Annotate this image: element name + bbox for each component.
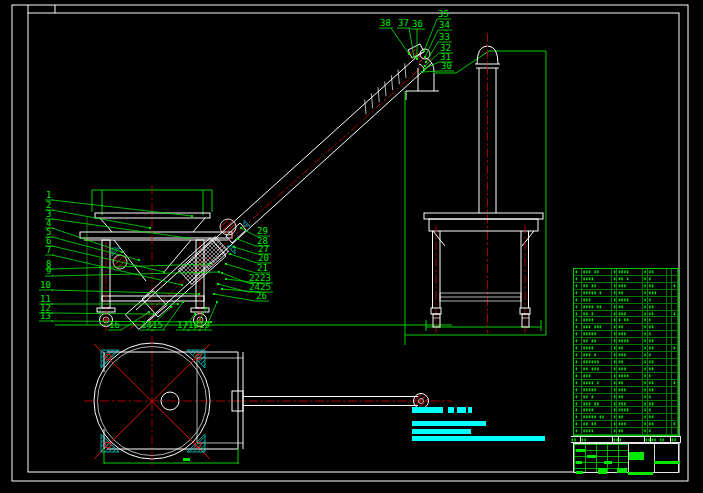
bom-cell: ▮ [574, 269, 582, 275]
callout-leader [391, 28, 409, 54]
bom-cell [672, 428, 678, 434]
bom-cell [672, 401, 678, 407]
callout-leader [234, 247, 257, 254]
bom-cell [672, 394, 678, 400]
bom-header-cell: ▮ [619, 437, 645, 442]
bom-row: ▮▮▮▮ ▮▮▮▮▮▮▮▮▮ [574, 401, 678, 408]
callout-18: 18 [188, 320, 199, 330]
bom-cell: ▮▮ [617, 359, 642, 365]
bom-row: ▮▮▮▮▮▮▮▮▮▮▮▮ [574, 345, 678, 352]
bom-row: ▮▮▮ ▮▮▮▮▮▮▮▮▮▮ [574, 338, 678, 345]
bom-cell: ▮ [574, 394, 582, 400]
bom-cell: ▮ [574, 345, 582, 351]
bom-cell: ▮ [648, 297, 668, 303]
bom-cell [672, 317, 678, 323]
conveyor-tube [136, 53, 432, 322]
side-table [424, 213, 543, 333]
leader-endpoint-dot [225, 263, 227, 265]
bom-cell: ▮▮▮ [582, 297, 612, 303]
leader-endpoint-dot [416, 58, 418, 60]
bom-cell [672, 352, 678, 358]
bom-cell: ▮▮ [648, 304, 668, 310]
leader-endpoint-dot [225, 278, 227, 280]
leader-endpoint-dot [424, 56, 426, 58]
bom-cell: ▮▮▮ [617, 366, 642, 372]
parts-list-table: ▮▮▮▮ ▮▮▮▮▮▮▮▮▮▮▮▮▮▮▮▮▮▮ ▮▮▮▮▮▮ ▮▮▮▮▮▮▮▮▮… [573, 268, 679, 436]
technical-note-bar [412, 436, 545, 441]
bom-row: ▮▮▮▮▮▮▮▮▮▮▮▮ [574, 331, 678, 338]
bom-cell [672, 338, 678, 344]
leader-endpoint-dot [213, 293, 215, 295]
screw-flights [365, 63, 406, 114]
leader-endpoint-dot [198, 293, 200, 295]
bom-cell: ▮ [574, 352, 582, 358]
bom-cell: ▮▮ [617, 428, 642, 434]
bom-cell: ▮ [574, 373, 582, 379]
callout-1: 1 [46, 190, 51, 200]
bom-cell: ▮▮ [648, 311, 668, 317]
bom-cell: ▮ [574, 317, 582, 323]
bom-cell: ▮▮ ▮▮ [582, 338, 612, 344]
cad-drawing-canvas[interactable]: 1234567891011121338373635343332313029282… [0, 0, 703, 493]
callout-30: 30 [441, 61, 452, 71]
bom-cell: ▮▮▮ [617, 387, 642, 393]
bom-row: ▮▮▮▮ ▮▮▮▮▮▮▮▮▮ [574, 324, 678, 331]
callout-10: 10 [40, 280, 51, 290]
bom-cell: ▮ [574, 311, 582, 317]
bom-row: ▮▮▮ ▮▮▮▮▮▮ [574, 394, 678, 401]
callout-36: 36 [412, 19, 423, 29]
bom-cell: ▮▮▮ [617, 421, 642, 427]
bom-row: ▮▮▮▮▮▮▮▮▮▮▮▮▮ [574, 387, 678, 394]
bom-cell: ▮ [574, 331, 582, 337]
bom-cell: ▮▮ [648, 338, 668, 344]
bom-cell: ▮▮ [617, 304, 642, 310]
bom-cell: ▮▮▮ [617, 401, 642, 407]
bom-row: ▮▮▮▮▮▮▮▮▮▮▮ [574, 373, 678, 380]
side-view [405, 33, 546, 345]
leader-endpoint-dot [421, 71, 423, 73]
bom-cell: ▮▮▮▮ [582, 345, 612, 351]
bom-cell: ▮ [672, 345, 678, 351]
bom-cell: ▮ [574, 428, 582, 434]
bom-cell: ▮▮ [648, 401, 668, 407]
bom-cell: ▮ [574, 276, 582, 282]
bom-cell: ▮▮ [617, 290, 642, 296]
vertical-tube [475, 33, 500, 333]
bom-row: ▮▮▮▮▮▮▮▮▮▮ [574, 428, 678, 435]
leader-endpoint-dot [210, 321, 212, 323]
leader-endpoint-dot [208, 263, 210, 265]
bom-cell [672, 324, 678, 330]
bom-cell [672, 366, 678, 372]
bom-cell: ▮▮ [648, 387, 668, 393]
bom-cell: ▮▮ [617, 394, 642, 400]
bom-cell: ▮ [648, 331, 668, 337]
leader-endpoint-dot [216, 301, 218, 303]
bom-cell: ▮▮▮ [617, 331, 642, 337]
bom-cell: ▮▮ ▮ [617, 276, 642, 282]
bom-cell: ▮▮▮▮▮ [582, 387, 612, 393]
parts-list-header-row: ▮▮▮▮▮▮▮▮▮▮▮ ▮▮▮▮ [571, 436, 681, 443]
bom-cell: ▮▮ ▮▮ [582, 283, 612, 289]
bom-cell: ▮▮▮▮ ▮▮ [582, 304, 612, 310]
bom-cell: ▮▮▮▮▮▮ [582, 359, 612, 365]
bom-row: ▮▮▮▮▮▮ ▮▮▮▮▮▮▮▮ [574, 290, 678, 297]
leader-endpoint-dot [229, 253, 231, 255]
bom-cell: ▮ [648, 373, 668, 379]
bom-cell: ▮▮▮▮ [582, 407, 612, 413]
bom-cell: ▮ [672, 380, 678, 386]
bom-row: ▮▮▮▮▮▮▮▮▮▮▮▮ [574, 407, 678, 414]
leader-endpoint-dot [149, 227, 151, 229]
technical-note-bar [412, 407, 443, 413]
leader-endpoint-dot [153, 313, 155, 315]
bom-cell: ▮▮ ▮▮▮ [582, 366, 612, 372]
bom-cell: ▮ [574, 297, 582, 303]
bom-cell: ▮▮ [648, 414, 668, 420]
title-block-text-bar [576, 461, 582, 464]
bom-cell: ▮ [648, 394, 668, 400]
bom-cell: ▮▮ [648, 366, 668, 372]
leader-endpoint-dot [408, 53, 410, 55]
bom-cell: ▮▮▮▮ [617, 269, 642, 275]
bom-cell: ▮▮▮▮ [582, 428, 612, 434]
bom-row: ▮▮▮▮▮▮ ▮▮▮▮▮▮▮▮ [574, 414, 678, 421]
bom-row: ▮▮▮▮▮▮▮▮ ▮▮▮ [574, 276, 678, 283]
